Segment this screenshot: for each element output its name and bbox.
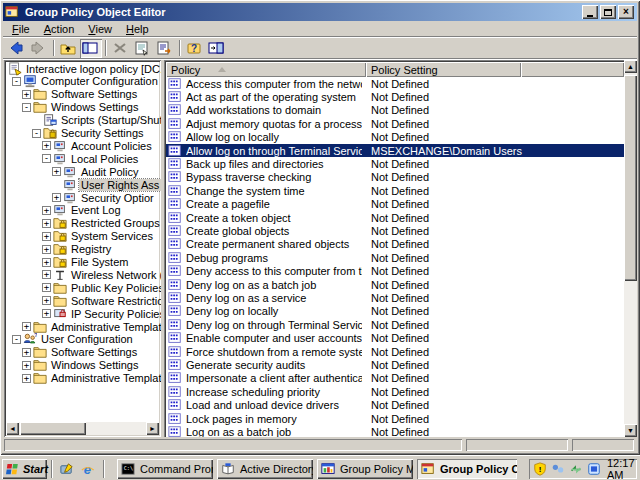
expand-toggle[interactable]: + <box>22 348 31 357</box>
tree-item[interactable]: +System Services <box>6 230 161 243</box>
policy-row[interactable]: Log on as a batch jobNot Defined <box>166 425 624 437</box>
tree-item-label[interactable]: Local Policies <box>69 153 140 165</box>
policy-row[interactable]: Lock pages in memoryNot Defined <box>166 412 624 425</box>
task-button-3[interactable]: Group Policy Man... <box>317 459 413 479</box>
expand-toggle[interactable]: + <box>42 232 51 241</box>
show-desktop-quicklaunch[interactable] <box>58 461 76 478</box>
tree-item-label[interactable]: Software Restrictic <box>69 295 161 307</box>
policy-row[interactable]: Access this computer from the networkNot… <box>166 77 624 90</box>
collapse-toggle[interactable]: - <box>12 77 21 86</box>
delete-button[interactable] <box>110 39 132 58</box>
tree-item-label[interactable]: Interactive logon policy [DC.msexc <box>24 63 161 75</box>
tree-item[interactable]: +Administrative Templates <box>6 320 161 333</box>
tree-item[interactable]: -Windows Settings <box>6 101 161 114</box>
tree-item-label[interactable]: File System <box>69 256 130 268</box>
policy-row[interactable]: Back up files and directoriesNot Defined <box>166 157 624 170</box>
tree-item-label[interactable]: Scripts (Startup/Shutdo <box>59 114 161 126</box>
tree-item[interactable]: +Software Settings <box>6 346 161 359</box>
properties-button[interactable] <box>132 39 154 58</box>
expand-toggle[interactable]: + <box>42 296 51 305</box>
policy-row[interactable]: Act as part of the operating systemNot D… <box>166 90 624 103</box>
expand-toggle[interactable]: + <box>22 374 31 383</box>
scroll-left-button[interactable]: ◄ <box>6 422 19 435</box>
tree-item[interactable]: +Wireless Network ( <box>6 268 161 281</box>
column-header-blank[interactable] <box>521 62 624 77</box>
policy-row[interactable]: Create a pagefileNot Defined <box>166 198 624 211</box>
tree-item[interactable]: -?User Configuration <box>6 333 161 346</box>
expand-toggle[interactable]: + <box>42 270 51 279</box>
show-console-tree-button[interactable] <box>80 39 102 58</box>
expand-toggle[interactable]: + <box>42 219 51 228</box>
policy-row[interactable]: Allow log on through Terminal ServicesMS… <box>166 144 624 157</box>
menu-file[interactable]: File <box>5 22 37 36</box>
maximize-button[interactable] <box>600 5 616 19</box>
scroll-right-button[interactable]: ► <box>146 422 159 435</box>
tree-item[interactable]: +Software Restrictic <box>6 294 161 307</box>
tree-item[interactable]: -Local Policies <box>6 152 161 165</box>
policy-row[interactable]: Create global objectsNot Defined <box>166 224 624 237</box>
expand-toggle[interactable]: + <box>42 309 51 318</box>
policy-row[interactable]: Generate security auditsNot Defined <box>166 358 624 371</box>
tree-item-label[interactable]: Public Key Policies <box>69 282 161 294</box>
minimize-button[interactable] <box>582 5 598 19</box>
policy-row[interactable]: Load and unload device driversNot Define… <box>166 399 624 412</box>
export-list-button[interactable] <box>154 39 176 58</box>
policy-row[interactable]: Enable computer and user accounts to be … <box>166 332 624 345</box>
tree-scroll-thumb[interactable] <box>20 422 86 435</box>
tree-item-label[interactable]: Account Policies <box>69 140 154 152</box>
policy-row[interactable]: Deny log on as a serviceNot Defined <box>166 291 624 304</box>
tree-item-label[interactable]: Software Settings <box>49 88 139 100</box>
scroll-up-button[interactable]: ▲ <box>624 60 637 73</box>
task-button-1[interactable]: C:\Command Prompt <box>117 459 213 479</box>
menu-help[interactable]: Help <box>119 22 156 36</box>
tree-item[interactable]: -Security Settings <box>6 127 161 140</box>
policy-row[interactable]: Allow log on locallyNot Defined <box>166 131 624 144</box>
tree-item-label[interactable]: Software Settings <box>49 346 139 358</box>
policy-row[interactable]: Debug programsNot Defined <box>166 251 624 264</box>
task-button-4[interactable]: Group Policy Ob... <box>417 459 517 479</box>
column-header-policy[interactable]: Policy <box>166 62 366 77</box>
tree-item-label[interactable]: Event Log <box>69 204 123 216</box>
policy-row[interactable]: Change the system timeNot Defined <box>166 184 624 197</box>
tree-item[interactable]: Scripts (Startup/Shutdo <box>6 114 161 127</box>
tree-item-label[interactable]: Registry <box>69 243 113 255</box>
tree-item[interactable]: +Restricted Groups <box>6 217 161 230</box>
tree-item-label[interactable]: Windows Settings <box>49 359 140 371</box>
policy-row[interactable]: Deny log on as a batch jobNot Defined <box>166 278 624 291</box>
menu-view[interactable]: View <box>81 22 119 36</box>
scroll-down-button[interactable]: ▼ <box>624 424 637 437</box>
menu-action[interactable]: Action <box>37 22 82 36</box>
collapse-toggle[interactable]: - <box>22 103 31 112</box>
title-bar[interactable]: Group Policy Object Editor × <box>3 3 637 21</box>
collapse-toggle[interactable]: - <box>32 129 41 138</box>
tree-item[interactable]: +Audit Policy <box>6 165 161 178</box>
tree-item[interactable]: -Computer Configuration <box>6 75 161 88</box>
system-window-tray[interactable] <box>587 462 603 476</box>
expand-toggle[interactable]: + <box>52 167 61 176</box>
collapse-toggle[interactable]: - <box>42 154 51 163</box>
expand-toggle[interactable]: + <box>22 90 31 99</box>
tree-item-label[interactable]: Audit Policy <box>79 166 140 178</box>
expand-toggle[interactable]: + <box>42 283 51 292</box>
network-activity-tray[interactable] <box>569 462 585 476</box>
tree-item-label[interactable]: Security Settings <box>59 127 146 139</box>
tree-item-label[interactable]: Administrative Templates <box>49 321 161 333</box>
tree-item[interactable]: Interactive logon policy [DC.msexc <box>6 62 161 75</box>
show-action-pane-button[interactable] <box>206 39 228 58</box>
tree-item-label[interactable]: Wireless Network ( <box>69 269 161 281</box>
help-button[interactable]: ? <box>184 39 206 58</box>
tree-item[interactable]: +Registry <box>6 243 161 256</box>
policy-row[interactable]: Create permanent shared objectsNot Defin… <box>166 238 624 251</box>
tree-item-label[interactable]: Computer Configuration <box>39 75 160 87</box>
tree-item[interactable]: +Windows Settings <box>6 359 161 372</box>
security-alert-tray[interactable]: ! <box>533 462 549 476</box>
start-button[interactable]: Start <box>2 459 47 479</box>
tree-item-label[interactable]: System Services <box>69 230 155 242</box>
task-button-2[interactable]: Active Directory ... <box>217 459 313 479</box>
expand-toggle[interactable]: + <box>42 206 51 215</box>
tree-item-label[interactable]: IP Security Policies <box>69 308 161 320</box>
back-button[interactable] <box>6 39 28 58</box>
tree-item[interactable]: +IP Security Policies <box>6 307 161 320</box>
tree-item[interactable]: +Administrative Templates <box>6 372 161 385</box>
tree-item[interactable]: +Public Key Policies <box>6 281 161 294</box>
